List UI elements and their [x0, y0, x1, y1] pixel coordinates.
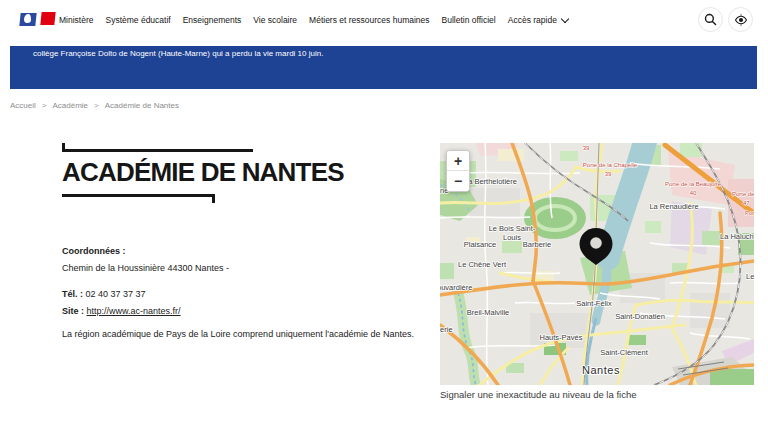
label-terie: terie	[440, 325, 453, 334]
coordinates-label: Coordonnées :	[62, 245, 432, 257]
search-icon	[704, 13, 717, 26]
label-porte-chapelle: Porte de la Chapelle	[583, 162, 638, 168]
label-saint-donatien: Saint-Donatien	[615, 312, 665, 321]
label-porte-beaujoire: Porte de la Beaujoire	[665, 181, 722, 187]
nav-item-vie-scolaire[interactable]: Vie scolaire	[253, 15, 297, 25]
label-breil-malville: Breil-Malville	[467, 308, 510, 317]
label-47: 47	[743, 200, 750, 206]
report-inaccuracy-link[interactable]: Signaler une inexactitude au niveau de l…	[440, 389, 636, 400]
title-bracket-top	[62, 143, 253, 152]
region-note: La région académique de Pays de la Loire…	[62, 328, 432, 340]
display-settings-button[interactable]	[728, 7, 753, 32]
label-barberie: Barberie	[523, 240, 551, 249]
page: Ministère Système éducatif Enseignements…	[0, 0, 768, 421]
zoom-in-button[interactable]: +	[447, 151, 469, 171]
breadcrumb-current: Académie de Nantes	[105, 101, 179, 110]
label-saint-felix: Saint-Félix	[576, 299, 612, 308]
label-le: Le	[746, 272, 754, 281]
flag-red-block	[40, 12, 55, 25]
label-bois-saint-louis-1: Le Bois Saint-	[489, 224, 536, 233]
label-berthelotiere: La Berthelotière	[464, 177, 517, 186]
label-haluchere: La Haluchère	[720, 232, 754, 241]
nav-item-acces-rapide[interactable]: Accès rapide	[508, 15, 568, 25]
breadcrumb: Accueil > Académie > Académie de Nantes	[10, 101, 179, 110]
address-text: Chemin de la Houssinière 44300 Nantes -	[62, 262, 432, 274]
label-chene-vert: Le Chêne Vert	[458, 260, 507, 269]
page-title: ACADÉMIE DE NANTES	[62, 159, 344, 185]
zoom-out-button[interactable]: −	[447, 171, 469, 191]
label-bouvardiere: ouvardière	[440, 283, 472, 292]
map-zoom-control: + −	[446, 150, 470, 192]
map[interactable]: La Berthelotière Le Bois Saint- Louis Pl…	[440, 143, 754, 385]
phone-value: 02 40 37 37 37	[86, 289, 146, 299]
alert-message: collège Françoise Dolto de Nogent (Haute…	[33, 49, 323, 58]
nav-actions	[698, 7, 753, 32]
eye-icon	[734, 14, 748, 26]
acces-rapide-label: Accès rapide	[508, 15, 557, 25]
top-navigation: Ministère Système éducatif Enseignements…	[0, 0, 768, 40]
site-label: Site :	[62, 306, 84, 316]
search-button[interactable]	[698, 7, 723, 32]
nav-item-metiers-rh[interactable]: Métiers et ressources humaines	[309, 15, 429, 25]
label-40: 40	[690, 190, 697, 196]
breadcrumb-separator: >	[42, 101, 47, 110]
label-plaisance: Plaisance	[464, 240, 497, 249]
label-porte-co: Porte de Co	[732, 191, 754, 197]
french-republic-logo[interactable]	[20, 12, 58, 27]
label-bois-saint-louis-2: Louis	[503, 233, 521, 242]
label-saint-clement: Saint-Clément	[600, 348, 648, 357]
breadcrumb-accueil[interactable]: Accueil	[10, 101, 36, 110]
breadcrumb-academie[interactable]: Académie	[52, 101, 88, 110]
site-link[interactable]: http://www.ac-nantes.fr/	[87, 306, 181, 316]
phone-label: Tél. :	[62, 289, 83, 299]
main-menu: Ministère Système éducatif Enseignements…	[59, 0, 568, 40]
label-por: Por	[745, 210, 754, 216]
marianne-icon	[24, 14, 31, 23]
nav-item-ministere[interactable]: Ministère	[59, 15, 93, 25]
alert-banner: collège Françoise Dolto de Nogent (Haute…	[10, 46, 757, 89]
title-bracket-bottom	[62, 194, 215, 203]
label-39-top: 39	[583, 145, 590, 151]
label-hauts-paves: Hauts-Pavés	[540, 333, 583, 342]
nav-item-enseignements[interactable]: Enseignements	[183, 15, 242, 25]
chevron-down-icon	[561, 14, 569, 22]
nav-item-bulletin-officiel[interactable]: Bulletin officiel	[442, 15, 496, 25]
label-39: 39	[605, 171, 612, 177]
map-canvas[interactable]: La Berthelotière Le Bois Saint- Louis Pl…	[440, 143, 754, 385]
breadcrumb-separator: >	[94, 101, 99, 110]
label-nantes: Nantes	[582, 364, 620, 376]
label-renaudiere: La Renaudière	[649, 202, 698, 211]
contact-block: Coordonnées : Chemin de la Houssinière 4…	[62, 245, 432, 340]
nav-item-systeme-educatif[interactable]: Système éducatif	[105, 15, 170, 25]
